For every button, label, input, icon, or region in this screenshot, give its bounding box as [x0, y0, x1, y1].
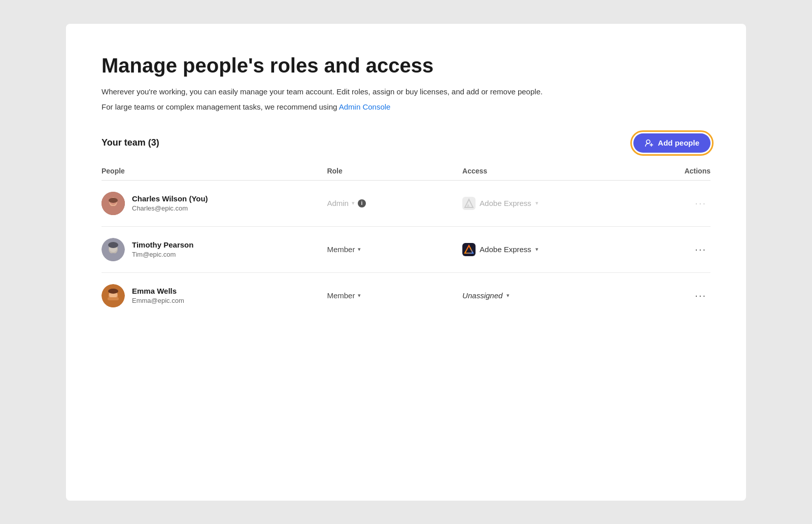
col-access: Access	[462, 167, 631, 175]
person-cell-emma: Emma Wells Emma@epic.com	[101, 284, 327, 307]
main-card: Manage people's roles and access Whereve…	[66, 24, 746, 501]
person-info-emma: Emma Wells Emma@epic.com	[132, 287, 184, 304]
access-cell-charles: A Adobe Express ▾	[462, 197, 631, 210]
svg-point-0	[647, 139, 650, 143]
add-person-icon	[645, 138, 654, 148]
col-actions: Actions	[631, 167, 710, 175]
svg-point-7	[109, 198, 118, 203]
avatar-charles	[101, 192, 125, 215]
avatar-image-emma	[101, 284, 125, 307]
access-label-charles: Adobe Express	[480, 199, 531, 207]
person-name-charles: Charles Wilson (You)	[132, 194, 208, 203]
access-chevron-timothy[interactable]: ▾	[535, 246, 538, 253]
svg-point-20	[108, 289, 118, 294]
access-chevron-emma[interactable]: ▾	[506, 292, 510, 299]
svg-rect-21	[108, 297, 119, 300]
person-info-timothy: Timothy Pearson Tim@epic.com	[132, 240, 193, 258]
person-info-charles: Charles Wilson (You) Charles@epic.com	[132, 194, 208, 212]
col-people: People	[101, 167, 327, 175]
avatar-image-charles	[101, 192, 125, 215]
role-cell-emma: Member ▾	[327, 291, 462, 300]
team-title: Your team (3)	[101, 137, 159, 148]
table-header-row: People Role Access Actions	[101, 167, 710, 181]
role-chevron-emma[interactable]: ▾	[358, 292, 361, 299]
access-label-timothy: Adobe Express	[480, 245, 531, 254]
access-cell-emma: Unassigned ▾	[462, 291, 631, 300]
avatar-timothy	[101, 238, 125, 261]
ae-logo-timothy	[464, 244, 474, 255]
svg-marker-15	[465, 246, 473, 253]
access-label-emma: Unassigned	[462, 291, 502, 300]
person-name-timothy: Timothy Pearson	[132, 240, 193, 249]
access-cell-timothy: Adobe Express ▾	[462, 243, 631, 256]
person-name-emma: Emma Wells	[132, 287, 184, 295]
actions-cell-timothy: ···	[631, 241, 710, 257]
svg-text:A: A	[467, 204, 469, 207]
more-actions-timothy[interactable]: ···	[691, 241, 710, 257]
admin-console-link[interactable]: Admin Console	[339, 102, 391, 111]
avatar-image-timothy	[101, 238, 125, 261]
description-line1: Wherever you're working, you can easily …	[101, 86, 710, 98]
role-cell-timothy: Member ▾	[327, 245, 462, 254]
role-label-charles: Admin	[327, 199, 349, 207]
person-email-charles: Charles@epic.com	[132, 204, 208, 212]
team-header: Your team (3) Add people	[101, 133, 710, 153]
description-line2: For large teams or complex management ta…	[101, 101, 710, 113]
role-cell-charles: Admin ▾ i	[327, 199, 462, 207]
actions-cell-charles: ···	[631, 195, 710, 211]
role-chevron-timothy[interactable]: ▾	[358, 246, 361, 253]
person-cell-timothy: Timothy Pearson Tim@epic.com	[101, 238, 327, 261]
avatar-emma	[101, 284, 125, 307]
add-people-button[interactable]: Add people	[633, 133, 710, 153]
person-cell-charles: Charles Wilson (You) Charles@epic.com	[101, 192, 327, 215]
table-row: Emma Wells Emma@epic.com Member ▾ Unassi…	[101, 273, 710, 319]
table-row: Charles Wilson (You) Charles@epic.com Ad…	[101, 181, 710, 227]
person-email-timothy: Tim@epic.com	[132, 251, 193, 258]
info-icon-charles[interactable]: i	[358, 199, 366, 207]
role-label-emma: Member	[327, 291, 355, 300]
role-chevron-charles[interactable]: ▾	[352, 200, 355, 206]
role-label-timothy: Member	[327, 245, 355, 254]
person-email-emma: Emma@epic.com	[132, 297, 184, 304]
table-row: Timothy Pearson Tim@epic.com Member ▾	[101, 227, 710, 273]
actions-cell-emma: ···	[631, 288, 710, 303]
adobe-icon-timothy	[462, 243, 476, 256]
more-actions-emma[interactable]: ···	[691, 288, 710, 303]
svg-point-14	[108, 242, 118, 248]
page-title: Manage people's roles and access	[101, 54, 710, 77]
col-role: Role	[327, 167, 462, 175]
more-actions-charles[interactable]: ···	[691, 195, 710, 211]
access-chevron-charles[interactable]: ▾	[535, 200, 538, 206]
ae-logo-charles: A	[464, 198, 474, 208]
adobe-icon-charles: A	[462, 197, 476, 210]
